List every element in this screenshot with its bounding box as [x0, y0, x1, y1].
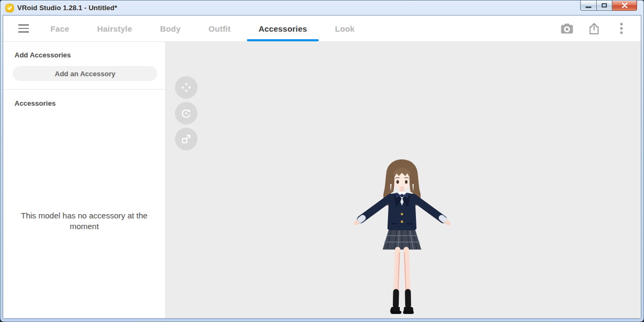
move-tool-button[interactable]: [175, 76, 197, 99]
add-accessory-button[interactable]: Add an Accessory: [13, 66, 157, 81]
export-button[interactable]: [588, 22, 601, 35]
vroid-logo-icon: [5, 4, 14, 12]
add-accessories-title: Add Accessories: [14, 51, 165, 59]
rotate-icon: [181, 108, 192, 119]
viewport-tools: [175, 76, 197, 150]
sidebar-divider: [3, 89, 165, 90]
more-menu-icon: [620, 22, 623, 35]
camera-icon: [561, 23, 573, 34]
move-icon: [180, 82, 192, 93]
tab-nav: Face Hairstyle Body Outfit Accessories L…: [38, 16, 368, 41]
empty-accessories-message: This model has no accessory at the momen…: [16, 210, 152, 232]
app-window: VRoid Studio 1.28.1 - Untitled* Face Hai…: [0, 0, 644, 322]
scale-tool-button[interactable]: [175, 128, 197, 150]
maximize-icon: [602, 3, 607, 8]
tabbar-actions: [560, 16, 628, 41]
close-button[interactable]: [612, 1, 637, 11]
accessories-sidebar: Add Accessories Add an Accessory Accesso…: [3, 42, 166, 318]
app-content: Face Hairstyle Body Outfit Accessories L…: [3, 15, 641, 319]
minimize-button[interactable]: [580, 1, 596, 11]
tab-hairstyle[interactable]: Hairstyle: [84, 16, 145, 41]
tab-body[interactable]: Body: [147, 16, 193, 41]
rotate-tool-button[interactable]: [175, 102, 197, 125]
window-controls: [580, 1, 637, 11]
export-icon: [588, 23, 600, 35]
character-model: [348, 158, 456, 315]
tab-face[interactable]: Face: [38, 16, 82, 41]
scale-icon: [181, 134, 192, 144]
tab-look[interactable]: Look: [322, 16, 368, 41]
menu-button[interactable]: [18, 16, 29, 41]
close-icon: [621, 3, 628, 8]
minimize-icon: [586, 6, 591, 8]
model-viewport[interactable]: [166, 42, 641, 318]
tab-accessories[interactable]: Accessories: [246, 16, 320, 41]
tab-outfit[interactable]: Outfit: [195, 16, 243, 41]
accessories-list-title: Accessories: [14, 99, 165, 107]
titlebar[interactable]: VRoid Studio 1.28.1 - Untitled*: [1, 1, 643, 15]
content-area: Add Accessories Add an Accessory Accesso…: [3, 42, 641, 318]
main-tabbar: Face Hairstyle Body Outfit Accessories L…: [3, 16, 641, 42]
maximize-button[interactable]: [596, 1, 612, 11]
more-menu-button[interactable]: [615, 22, 628, 35]
window-title: VRoid Studio 1.28.1 - Untitled*: [17, 4, 117, 12]
camera-button[interactable]: [560, 22, 573, 35]
